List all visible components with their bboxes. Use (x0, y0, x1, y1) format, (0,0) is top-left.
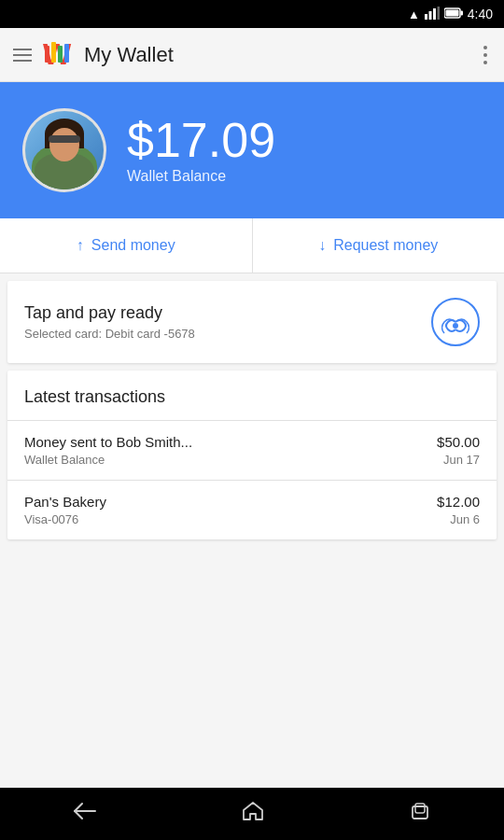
tap-pay-title: Tap and pay ready (24, 303, 195, 323)
svg-rect-6 (445, 9, 458, 16)
action-buttons: ↑ Send money ↓ Request money (0, 218, 504, 273)
svg-rect-2 (433, 8, 436, 20)
transaction-subtitle-2: Visa-0076 (24, 512, 106, 526)
transaction-subtitle-1: Wallet Balance (24, 453, 192, 467)
more-options-icon[interactable] (480, 42, 491, 68)
signal-icon (425, 7, 440, 22)
transaction-title-2: Pan's Bakery (24, 494, 106, 510)
request-money-label: Request money (333, 237, 438, 254)
balance-label: Wallet Balance (127, 168, 275, 185)
svg-rect-8 (45, 46, 49, 63)
transaction-right-1: $50.00 Jun 17 (437, 434, 480, 467)
transaction-title-1: Money sent to Bob Smith... (24, 434, 192, 450)
transaction-left-2: Pan's Bakery Visa-0076 (24, 494, 106, 526)
svg-rect-14 (415, 804, 425, 813)
hamburger-icon[interactable] (13, 49, 32, 62)
transaction-date-2: Jun 6 (437, 512, 480, 526)
clock: 4:40 (468, 7, 493, 21)
bottom-nav (0, 788, 504, 840)
request-money-button[interactable]: ↓ Request money (253, 218, 505, 273)
home-button[interactable] (223, 793, 283, 834)
svg-rect-1 (428, 11, 431, 20)
send-money-label: Send money (91, 237, 175, 254)
avatar (22, 108, 106, 192)
transaction-left-1: Money sent to Bob Smith... Wallet Balanc… (24, 434, 192, 467)
back-button[interactable] (54, 794, 116, 833)
transaction-item: Money sent to Bob Smith... Wallet Balanc… (7, 420, 497, 480)
wifi-icon: ▲ (408, 7, 420, 21)
svg-rect-3 (437, 7, 440, 20)
transaction-date-1: Jun 17 (437, 453, 480, 467)
status-bar: ▲ 4:40 (0, 0, 504, 28)
wallet-logo: W (41, 38, 75, 72)
app-bar: W My Wallet (0, 28, 504, 82)
svg-rect-5 (460, 10, 463, 15)
tap-pay-text: Tap and pay ready Selected card: Debit c… (24, 303, 195, 341)
svg-rect-10 (58, 46, 63, 63)
send-arrow-icon: ↑ (77, 237, 84, 254)
svg-rect-11 (64, 44, 69, 63)
transaction-amount-2: $12.00 (437, 494, 480, 510)
battery-icon (444, 7, 463, 21)
balance-amount: $17.09 (127, 116, 275, 164)
transaction-right-2: $12.00 Jun 6 (437, 494, 480, 526)
transactions-section: Latest transactions Money sent to Bob Sm… (7, 371, 497, 539)
svg-point-12 (453, 323, 458, 329)
status-icons: ▲ 4:40 (408, 7, 493, 22)
tap-pay-section: Tap and pay ready Selected card: Debit c… (7, 281, 497, 363)
recents-button[interactable] (390, 793, 450, 834)
svg-rect-0 (425, 14, 427, 20)
transaction-amount-1: $50.00 (437, 434, 480, 450)
balance-info: $17.09 Wallet Balance (127, 116, 275, 185)
app-title: My Wallet (84, 43, 470, 67)
tap-pay-icon (431, 298, 480, 346)
tap-pay-subtitle: Selected card: Debit card -5678 (24, 327, 195, 341)
svg-rect-9 (51, 42, 56, 63)
send-money-button[interactable]: ↑ Send money (0, 218, 253, 273)
request-arrow-icon: ↓ (318, 237, 326, 254)
transactions-header: Latest transactions (7, 371, 497, 420)
balance-section: $17.09 Wallet Balance (0, 82, 504, 218)
transaction-item-2: Pan's Bakery Visa-0076 $12.00 Jun 6 (7, 480, 497, 539)
